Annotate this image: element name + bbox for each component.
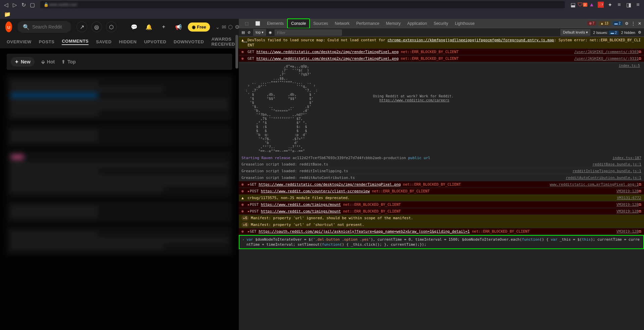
gear-icon[interactable]: ⚙ <box>625 21 629 26</box>
log-error[interactable]: ⊗▸POST https://www.reddit.com/timings/mo… <box>239 208 644 215</box>
reload-button[interactable]: ↻ <box>20 1 27 8</box>
mail-icon[interactable]: ✉ <box>222 24 226 30</box>
tab-performance[interactable]: Performance <box>353 19 383 28</box>
log-error[interactable]: ⊗▸GET https://www.redditstatic.com/deskt… <box>239 181 644 188</box>
tab-sources[interactable]: Sources <box>310 19 331 28</box>
advertise-icon[interactable]: 📢 <box>173 21 184 32</box>
tab-saved[interactable]: SAVED <box>96 39 111 44</box>
browser-chrome: ◁ ▷ ↻ ▢ 🔒 www.reddit.com ⬓ 🛡2 ▲ ⋮7 ✦ ≡ ◨… <box>0 0 644 19</box>
puzzle-icon[interactable]: ✦ <box>606 1 613 8</box>
clear-console-icon[interactable]: ⊘ <box>248 30 251 35</box>
console-output: ▲DevTools failed to load source map: Cou… <box>239 37 644 330</box>
profile-tabs: OVERVIEW POSTS COMMENTS SAVED HIDDEN UPV… <box>0 35 239 48</box>
folder-icon[interactable]: 📁 <box>4 11 11 17</box>
extension-icon[interactable]: ⋮7 <box>598 2 604 8</box>
sort-top[interactable]: ⬆Top <box>61 59 76 64</box>
svg-point-1 <box>7 27 8 28</box>
log-error[interactable]: ⊗GET https://www.redditstatic.com/deskto… <box>239 55 644 62</box>
inspect-icon[interactable]: ⬚ <box>241 19 252 28</box>
log-warning[interactable]: ▸6Manifest: property 'url' ignored, shou… <box>239 215 644 222</box>
download-icon[interactable]: ⬓ <box>570 1 576 8</box>
reddit-logo[interactable] <box>5 21 12 32</box>
log-info[interactable]: Greaselion script loaded: redditAutoCont… <box>239 175 644 181</box>
tab-memory[interactable]: Memory <box>383 19 404 28</box>
shield-icon[interactable]: 🛡2 <box>579 1 586 8</box>
close-icon[interactable]: ✕ <box>638 21 641 26</box>
sidebar-icon[interactable]: ◨ <box>625 1 632 8</box>
address-bar[interactable]: 🔒 www.reddit.com <box>40 1 565 8</box>
tab-console[interactable]: Console <box>287 18 310 29</box>
gear-icon2[interactable]: ⚙ <box>638 30 641 35</box>
chat-icon[interactable]: 💬 <box>129 21 140 32</box>
back-button[interactable]: ◁ <box>3 1 9 8</box>
log-error[interactable]: ⊗GET https://www.redditstatic.com/deskto… <box>239 49 644 55</box>
tab-elements[interactable]: Elements <box>264 19 287 28</box>
device-icon[interactable]: ⬜ <box>252 19 264 28</box>
bookmark-button[interactable]: ▢ <box>29 1 36 8</box>
filter-input[interactable] <box>275 30 342 36</box>
tab-comments[interactable]: COMMENTS <box>62 39 89 45</box>
coin-icon[interactable]: ◎ <box>91 21 102 32</box>
create-post-icon[interactable]: + <box>158 21 169 32</box>
search-input[interactable] <box>32 24 66 30</box>
playlist-icon[interactable]: ≡ <box>616 1 623 8</box>
sidebar-toggle-icon[interactable]: ▤ <box>241 30 245 35</box>
comments-list-blurred <box>7 75 232 254</box>
tab-security[interactable]: Security <box>430 19 451 28</box>
svg-point-2 <box>9 27 10 28</box>
fire-icon: ⬙ <box>41 59 45 64</box>
devtools: ⬚ ⬜ Elements Console Sources Network Per… <box>239 19 644 330</box>
issues-label[interactable]: 2 Issues: ▬ 2 <box>593 31 618 35</box>
tab-upvoted[interactable]: UPVOTED <box>144 39 166 44</box>
tab-awards[interactable]: AWARDS RECEIVED <box>211 37 235 47</box>
svg-point-0 <box>6 24 12 30</box>
kebab-icon[interactable]: ⋮ <box>631 21 635 26</box>
free-button[interactable]: ◉ Free <box>188 22 210 32</box>
bookmarks-bar: 📁 <box>0 9 644 19</box>
notifications-icon[interactable]: 🔔 <box>144 21 154 32</box>
log-warning[interactable]: ▸6Manifest: property 'url' of 'shortcut'… <box>239 222 644 228</box>
tab-network[interactable]: Network <box>331 19 353 28</box>
tab-lighthouse[interactable]: Lighthouse <box>451 19 478 28</box>
popular-icon[interactable]: ↗ <box>76 21 87 32</box>
context-dropdown[interactable]: top ▾ <box>253 29 266 36</box>
sort-new[interactable]: ✦New <box>11 57 35 66</box>
hidden-label[interactable]: 2 hidden <box>621 31 635 35</box>
forward-button[interactable]: ▷ <box>11 1 18 8</box>
user-dropdown-icon[interactable]: ⌄ <box>215 24 220 30</box>
levels-dropdown[interactable]: Default levels ▾ <box>560 29 590 36</box>
console-input[interactable]: ›var $domNodeToIterateOver = $('.del-but… <box>239 235 644 249</box>
warn-count-badge[interactable]: ▲ 13 <box>599 21 610 26</box>
sort-bar: ✦New ⬙Hot ⬆Top <box>7 54 232 70</box>
log-info[interactable]: Greaselion script loaded: redditBase.tsr… <box>239 161 644 168</box>
tab-posts[interactable]: POSTS <box>39 39 55 44</box>
log-error[interactable]: ⊗▸GET https://oauth.reddit.com/api/jail/… <box>239 228 644 235</box>
console-filter-bar: ▤ ⊘ top ▾ ◉ Default levels ▾ 2 Issues: ▬… <box>239 28 644 37</box>
search-box[interactable]: 🔍 <box>17 21 71 33</box>
reddit-page: 🔍 ↗ ◎ ⬡ 💬 🔔 + 📢 ◉ Free ⌄ ✉ ⬡ ⚙ <box>0 19 239 330</box>
tab-more[interactable]: ••• <box>243 39 248 44</box>
tab-overview[interactable]: OVERVIEW <box>7 39 32 44</box>
log-info[interactable]: Greaselion script loaded: redditInlineTi… <box>239 168 644 175</box>
ascii-art-log: index.ts:5 ,d"=≥,.,qOp, ,7' ''²$( ) ,7' … <box>239 62 644 155</box>
shield-talk-icon[interactable]: ⬡ <box>106 21 117 32</box>
rewards-icon[interactable]: ▲ <box>588 1 595 8</box>
sparkle-icon: ✦ <box>15 59 19 64</box>
log-warning[interactable]: ▲DevTools failed to load source map: Cou… <box>239 37 644 49</box>
tab-downvoted[interactable]: DOWNVOTED <box>174 39 204 44</box>
msg-count-badge[interactable]: ▬ 2 <box>613 21 622 26</box>
scrollbar[interactable] <box>235 35 238 68</box>
top-icon: ⬆ <box>61 59 65 64</box>
log-error[interactable]: ⊗▸POST https://www.reddit.com/counters/c… <box>239 188 644 195</box>
eye-icon[interactable]: ◉ <box>269 30 272 35</box>
log-warning[interactable]: ▲crbug/1173575, non-JS module files depr… <box>239 195 644 201</box>
tab-hidden[interactable]: HIDDEN <box>119 39 137 44</box>
log-error[interactable]: ⊗▸POST https://www.reddit.com/timings/mo… <box>239 201 644 208</box>
settings-icon[interactable]: ⚙ <box>235 24 239 30</box>
error-count-badge[interactable]: ⊗ 7 <box>587 21 596 26</box>
log-raven[interactable]: Starting Raven release ac112d2f7cef5b676… <box>239 155 644 161</box>
sort-hot[interactable]: ⬙Hot <box>41 59 55 64</box>
menu-icon[interactable]: ≡ <box>635 1 641 8</box>
tab-application[interactable]: Application <box>404 19 430 28</box>
moderation-icon[interactable]: ⬡ <box>228 24 233 30</box>
